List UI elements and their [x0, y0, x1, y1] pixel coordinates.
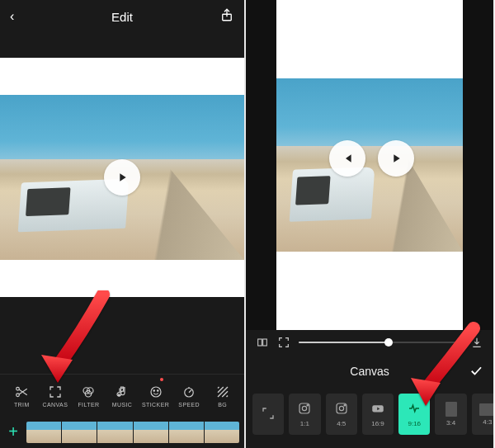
back-button[interactable]: ‹	[10, 9, 25, 24]
aspect-label: 9:16	[408, 420, 421, 427]
scrubber-knob[interactable]	[384, 338, 393, 347]
scrubber-fill	[299, 342, 389, 343]
aspect-1-1[interactable]: 1:1	[289, 394, 320, 435]
clip-thumb[interactable]	[205, 422, 239, 443]
aspect-4-5[interactable]: 4:5	[326, 394, 357, 435]
play-button[interactable]	[104, 159, 140, 196]
ratio-shape	[446, 402, 457, 417]
ratio-shape	[479, 403, 493, 416]
timeline[interactable]: +	[0, 417, 244, 448]
tool-label: SPEED	[178, 402, 200, 408]
download-button[interactable]	[470, 336, 483, 349]
canvas-preview	[246, 0, 493, 330]
playback-bar	[246, 330, 493, 355]
edit-toolbar: TRIM CANVAS FILTER MUSIC STICKER	[0, 374, 244, 417]
video-preview[interactable]	[0, 58, 244, 297]
page-title: Edit	[25, 10, 219, 24]
brand-icon	[407, 401, 422, 417]
scissors-icon	[14, 384, 29, 399]
instagram-icon	[334, 401, 349, 417]
canvas-screen: Canvas 1:1 4:5 16:9	[246, 0, 493, 448]
youtube-icon	[370, 401, 385, 417]
tool-sticker[interactable]: STICKER	[139, 384, 172, 408]
tool-canvas[interactable]: CANVAS	[39, 384, 73, 408]
aspect-3-4[interactable]: 3:4	[435, 394, 466, 435]
tool-filter[interactable]: FILTER	[72, 384, 106, 408]
tool-label: MUSIC	[112, 402, 133, 408]
svg-point-15	[307, 405, 309, 407]
svg-rect-11	[258, 339, 262, 346]
svg-point-14	[303, 406, 307, 410]
tool-label: STICKER	[142, 402, 169, 408]
add-clip-button[interactable]: +	[5, 424, 21, 441]
aspect-9-16[interactable]: 9:16	[398, 394, 430, 435]
badge-dot	[160, 378, 163, 381]
aspect-free[interactable]	[252, 394, 284, 435]
tool-label: FILTER	[78, 402, 99, 408]
tool-speed[interactable]: SPEED	[172, 384, 206, 408]
svg-point-8	[153, 389, 155, 391]
svg-point-7	[151, 387, 161, 397]
aspect-label: 3:4	[446, 419, 455, 427]
compare-button[interactable]	[256, 336, 269, 349]
aspect-label: 4:3	[483, 418, 492, 426]
panel-header: Canvas	[246, 355, 493, 388]
speed-icon	[182, 384, 196, 399]
sticker-icon	[148, 384, 163, 399]
clip-thumb[interactable]	[169, 422, 204, 443]
tool-trim[interactable]: TRIM	[5, 384, 39, 408]
instagram-icon	[297, 401, 312, 417]
svg-rect-12	[263, 339, 267, 346]
expand-icon	[261, 406, 276, 422]
edit-screen: ‹ Edit TRIM CANVAS	[0, 0, 246, 448]
canvas-9-16-frame[interactable]	[276, 0, 463, 330]
preview-frame	[276, 78, 463, 252]
aspect-ratio-row: 1:1 4:5 16:9 9:16 3:4 4:3	[246, 388, 493, 441]
clip-strip[interactable]	[26, 422, 239, 443]
fullscreen-button[interactable]	[277, 336, 290, 349]
prev-button[interactable]	[329, 140, 365, 177]
panel-title: Canvas	[350, 365, 389, 378]
clip-thumb[interactable]	[26, 422, 61, 443]
aspect-16-9[interactable]: 16:9	[362, 394, 394, 435]
play-button[interactable]	[378, 140, 414, 177]
tool-label: CANVAS	[43, 402, 68, 408]
clip-thumb[interactable]	[62, 422, 97, 443]
aspect-label: 4:5	[337, 420, 346, 427]
clip-thumb[interactable]	[134, 422, 168, 443]
music-icon	[115, 384, 130, 399]
confirm-button[interactable]	[469, 363, 483, 380]
svg-point-18	[344, 405, 346, 407]
clip-thumb[interactable]	[97, 422, 132, 443]
tool-bg[interactable]: BG	[205, 384, 239, 408]
aspect-label: 1:1	[300, 420, 309, 427]
share-button[interactable]	[219, 7, 234, 26]
svg-point-17	[339, 406, 343, 410]
tool-label: BG	[218, 402, 227, 408]
aspect-4-3[interactable]: 4:3	[472, 394, 493, 435]
svg-point-6	[118, 394, 120, 396]
aspect-label: 16:9	[371, 420, 384, 427]
navbar: ‹ Edit	[0, 0, 244, 33]
tool-music[interactable]: MUSIC	[106, 384, 139, 408]
canvas-icon	[48, 384, 63, 399]
scrubber[interactable]	[299, 342, 462, 343]
filter-icon	[81, 384, 96, 399]
bg-icon	[215, 384, 230, 399]
svg-point-9	[157, 389, 158, 391]
tool-label: TRIM	[14, 402, 30, 408]
